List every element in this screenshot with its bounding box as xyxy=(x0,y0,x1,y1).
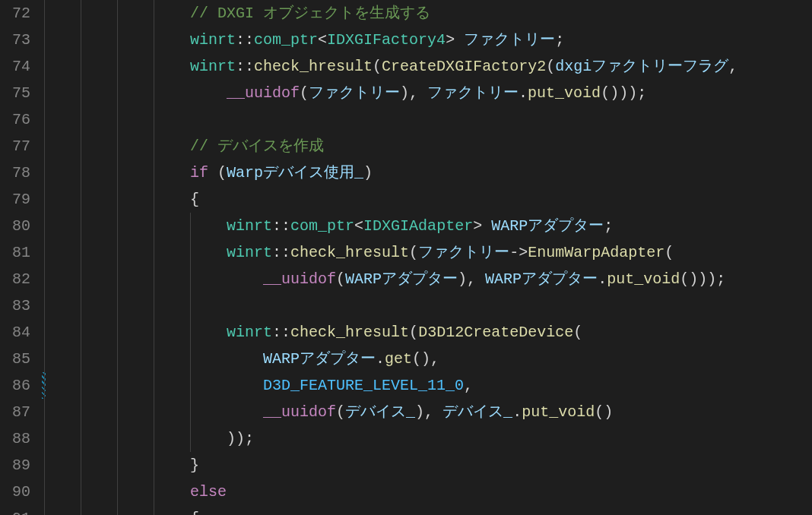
code-line[interactable] xyxy=(44,292,812,319)
code-line[interactable]: // デバイスを作成 xyxy=(44,133,812,160)
code-line[interactable]: )); xyxy=(44,425,812,452)
line-number: 88 xyxy=(0,425,30,452)
token: ; xyxy=(555,31,564,49)
code-line[interactable]: winrt::com_ptr<IDXGIAdapter> WARPアダプター; xyxy=(44,213,812,239)
indent-guide xyxy=(190,213,191,452)
token: ( xyxy=(300,84,309,102)
token: WARPアダプター xyxy=(485,270,598,288)
line-number: 72 xyxy=(0,0,30,27)
indent xyxy=(44,84,227,102)
indent-guide xyxy=(154,0,154,515)
code-line[interactable]: __uuidof(デバイス_), デバイス_.put_void() xyxy=(44,399,812,425)
token: WARPアダプター xyxy=(263,350,376,368)
token: put_void xyxy=(607,270,680,288)
token: get xyxy=(385,350,412,368)
token: ( xyxy=(546,58,555,75)
token: ファクトリー xyxy=(418,244,509,261)
code-line[interactable]: { xyxy=(44,505,812,515)
token: winrt xyxy=(227,244,272,261)
line-number: 86 xyxy=(0,372,30,399)
indent-guide xyxy=(81,0,81,515)
token: ; xyxy=(604,217,613,235)
code-line[interactable]: // DXGI オブジェクトを生成する xyxy=(44,0,812,27)
token: :: xyxy=(272,324,290,341)
token: else xyxy=(190,483,227,501)
token: ( xyxy=(336,270,345,288)
code-line[interactable]: D3D_FEATURE_LEVEL_11_0, xyxy=(44,372,812,399)
token: -> xyxy=(509,244,528,261)
token: winrt xyxy=(227,217,272,235)
line-number: 73 xyxy=(0,27,30,53)
indent xyxy=(44,217,227,235)
token: ファクトリー xyxy=(427,84,519,102)
indent-guide xyxy=(44,0,45,515)
code-line[interactable]: { xyxy=(44,186,812,213)
token: ( xyxy=(373,58,382,75)
token: )); xyxy=(227,430,254,447)
token: __uuidof xyxy=(263,403,336,421)
code-line[interactable]: if (Warpデバイス使用_) xyxy=(44,160,812,186)
code-line[interactable]: winrt::check_hresult(CreateDXGIFactory2(… xyxy=(44,53,812,80)
code-line[interactable]: winrt::com_ptr<IDXGIFactory4> ファクトリー; xyxy=(44,27,812,53)
token: ), xyxy=(415,403,442,421)
token: check_hresult xyxy=(290,244,409,261)
code-line[interactable]: else xyxy=(44,479,812,505)
token: // デバイスを作成 xyxy=(190,137,324,155)
code-area[interactable]: // DXGI オブジェクトを生成する winrt::com_ptr<IDXGI… xyxy=(44,0,812,515)
token: ) xyxy=(363,164,373,182)
code-line[interactable]: __uuidof(WARPアダプター), WARPアダプター.put_void(… xyxy=(44,266,812,292)
token: ファクトリー xyxy=(464,31,555,49)
line-number: 91 xyxy=(0,505,30,515)
token: __uuidof xyxy=(227,84,300,102)
code-line[interactable]: winrt::check_hresult(ファクトリー->EnumWarpAda… xyxy=(44,239,812,266)
token: ), xyxy=(400,84,427,102)
token: , xyxy=(464,377,473,394)
token: ())); xyxy=(601,84,646,102)
token: < xyxy=(318,31,327,49)
code-line[interactable]: winrt::check_hresult(D3D12CreateDevice( xyxy=(44,319,812,346)
token: winrt xyxy=(190,58,236,75)
token: デバイス_ xyxy=(345,403,415,421)
line-number: 78 xyxy=(0,160,30,186)
code-line[interactable] xyxy=(44,106,812,133)
token: :: xyxy=(236,58,254,75)
line-number: 85 xyxy=(0,346,30,372)
token: ( xyxy=(208,164,227,182)
token: . xyxy=(519,84,528,102)
code-line[interactable]: } xyxy=(44,452,812,479)
token: check_hresult xyxy=(290,324,409,341)
token: ( xyxy=(573,324,582,341)
token: D3D_FEATURE_LEVEL_11_0 xyxy=(263,377,464,394)
token: ), xyxy=(458,270,485,288)
token: WARPアダプター xyxy=(491,217,604,235)
token: winrt xyxy=(227,324,272,341)
code-editor[interactable]: 7273747576777879808182838485868788899091… xyxy=(0,0,812,515)
token: > xyxy=(473,217,491,235)
token: . xyxy=(376,350,385,368)
token: IDXGIFactory4 xyxy=(327,31,446,49)
token: ( xyxy=(409,324,418,341)
token: put_void xyxy=(522,403,595,421)
token: . xyxy=(512,403,522,421)
line-number-gutter: 7273747576777879808182838485868788899091 xyxy=(0,0,44,515)
code-line[interactable]: WARPアダプター.get(), xyxy=(44,346,812,372)
line-number: 84 xyxy=(0,319,30,346)
token: __uuidof xyxy=(263,270,336,288)
line-number: 87 xyxy=(0,399,30,425)
token: (), xyxy=(412,350,439,368)
indent xyxy=(44,244,227,261)
token: { xyxy=(190,510,199,515)
line-number: 83 xyxy=(0,292,30,319)
token: ( xyxy=(665,244,674,261)
token: Warpデバイス使用_ xyxy=(227,164,363,182)
token: com_ptr xyxy=(290,217,354,235)
indent-guide xyxy=(117,0,118,515)
token: CreateDXGIFactory2 xyxy=(382,58,546,75)
indent xyxy=(44,324,227,341)
line-number: 90 xyxy=(0,479,30,505)
token: ファクトリー xyxy=(309,84,400,102)
line-number: 76 xyxy=(0,106,30,133)
line-number: 80 xyxy=(0,213,30,239)
token: check_hresult xyxy=(254,58,373,75)
code-line[interactable]: __uuidof(ファクトリー), ファクトリー.put_void())); xyxy=(44,80,812,106)
